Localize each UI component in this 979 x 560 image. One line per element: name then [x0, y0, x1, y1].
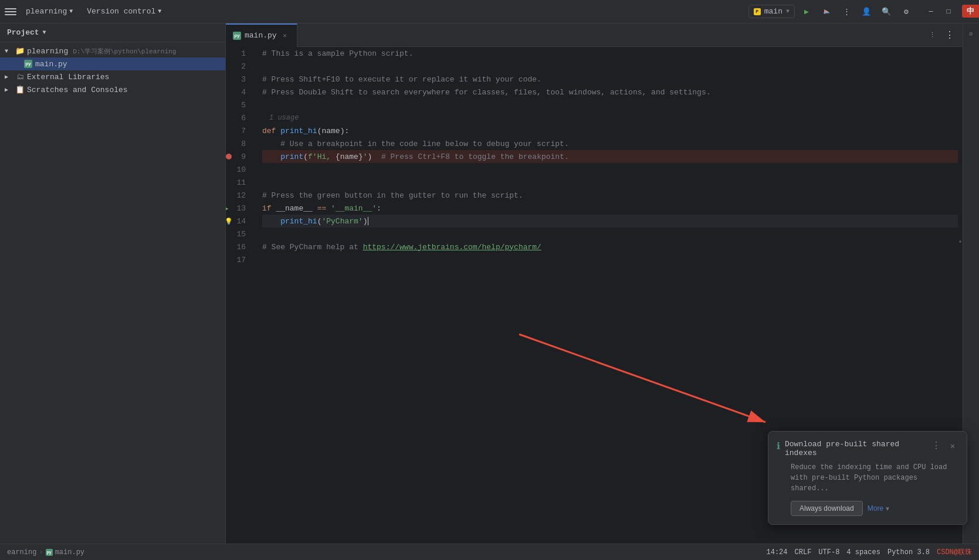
code-line-4: # Press Double Shift to search everywher… — [262, 86, 963, 99]
indent-setting[interactable]: 4 spaces — [846, 548, 880, 556]
breakpoint-indicator — [226, 154, 232, 159]
python-version[interactable]: Python 3.8 — [887, 548, 930, 556]
line-numbers: 1 2 3 4 5 6 7 8 9 10 11 12 ▶ 13 — [226, 47, 255, 544]
vcs-dropdown[interactable]: Version control ▼ — [82, 5, 166, 18]
more-actions-button[interactable]: ⋮ — [838, 4, 855, 20]
status-right: 14:24 CRLF UTF-8 4 spaces Python 3.8 CSD… — [767, 547, 972, 557]
code-line-7: def print_hi(name): — [262, 124, 963, 137]
ext-lib-icon: 🗂 — [15, 72, 25, 82]
always-download-button[interactable]: Always download — [791, 501, 863, 516]
csdn-label[interactable]: CSDN@联珠 — [937, 547, 972, 557]
comment-1: # This is a sample Python script. — [262, 49, 413, 58]
sidebar-item-external-libs[interactable]: ▶ 🗂 External Libraries — [0, 70, 225, 83]
python-file-icon-main: py — [23, 59, 33, 69]
code-line-14: print_hi('PyCharm') — [262, 215, 963, 228]
status-left: earning › py main.py — [7, 548, 84, 556]
ln-15: 15 — [226, 228, 250, 240]
titlebar: plearning ▼ Version control ▼ P main ▼ ▶… — [0, 0, 979, 23]
breadcrumb-separator: › — [39, 548, 43, 556]
run-config-name: main — [764, 7, 782, 16]
tab-mainpy[interactable]: py main.py ✕ — [226, 23, 297, 47]
run-button[interactable]: ▶ — [798, 4, 815, 20]
more-label: More — [868, 504, 883, 513]
sidebar-item-mainpy[interactable]: py main.py — [0, 57, 225, 70]
tab-bar: py main.py ✕ ⋮ ⋮ — [226, 23, 963, 47]
sogou-input-indicator: 中 — [962, 5, 979, 18]
ln-7: 7 — [226, 124, 250, 137]
vcs-label: Version control — [87, 7, 155, 16]
tree-chevron-scratches: ▶ — [5, 86, 13, 93]
status-bar: earning › py main.py 14:24 CRLF UTF-8 4 … — [0, 544, 979, 560]
account-icon[interactable]: 👤 — [858, 4, 875, 20]
breadcrumb-file[interactable]: main.py — [55, 548, 84, 556]
usage-hint: 1 usage — [262, 111, 963, 124]
more-chevron-icon: ▼ — [885, 505, 890, 512]
titlebar-right: P main ▼ ▶ ⋮ 👤 🔍 ⚙ ─ □ ✕ — [748, 4, 974, 20]
line-ending[interactable]: CRLF — [795, 548, 812, 556]
scratches-icon: 📋 — [15, 85, 25, 94]
string-pycharm: 'PyCharm' — [321, 217, 363, 226]
cursor-position[interactable]: 14:24 — [767, 548, 788, 556]
tree-chevron-plearning: ▼ — [5, 48, 13, 55]
sidebar-header: Project ▼ — [0, 23, 225, 42]
fstring-open: f'Hi, — [308, 152, 336, 161]
editor-settings-button[interactable]: ⋮ — [941, 27, 958, 43]
tab-close-button[interactable]: ✕ — [280, 31, 290, 40]
notification-body: Reduce the indexing time and CPU load wi… — [791, 462, 958, 494]
minimize-button[interactable]: ─ — [923, 4, 939, 20]
notification-close-button[interactable]: ✕ — [947, 440, 958, 452]
code-line-17 — [262, 253, 963, 266]
pycharm-help-link[interactable]: https://www.jetbrains.com/help/pycharm/ — [363, 243, 541, 252]
maximize-button[interactable]: □ — [940, 4, 957, 20]
tab-label: main.py — [245, 31, 277, 40]
run-config-selector[interactable]: P main ▼ — [748, 5, 795, 18]
search-icon[interactable]: 🔍 — [878, 4, 895, 20]
vcs-chevron-icon: ▼ — [158, 8, 161, 15]
keyword-def: def — [262, 127, 280, 135]
project-chevron-icon: ▼ — [69, 8, 73, 15]
tree-label-plearning: plearning — [27, 47, 68, 56]
ln-3: 3 — [226, 73, 250, 86]
notification-menu-button[interactable]: ⋮ — [930, 440, 942, 452]
code-line-8: # Use a breakpoint in the code line belo… — [262, 137, 963, 150]
breadcrumb: earning › py main.py — [7, 548, 84, 556]
more-button[interactable]: More ▼ — [868, 504, 890, 513]
ln-9: 9 — [226, 150, 250, 163]
hint-icon: 💡 — [226, 218, 233, 225]
breadcrumb-file-icon: py — [46, 549, 53, 556]
code-line-9: print(f'Hi, {name}') # Press Ctrl+F8 to … — [262, 150, 963, 163]
keyword-if: if — [262, 204, 276, 213]
ln-16: 16 — [226, 240, 250, 253]
scrollbar-thumb — [959, 240, 961, 243]
sidebar-item-scratches[interactable]: ▶ 📋 Scratches and Consoles — [0, 83, 225, 96]
code-line-1: # This is a sample Python script. — [262, 47, 963, 60]
comment-8: # Use a breakpoint in the code line belo… — [262, 140, 569, 148]
recent-files-button[interactable]: ⋮ — [924, 27, 940, 43]
sidebar: Project ▼ ▼ 📁 plearning D:\学习案例\python\p… — [0, 23, 226, 544]
encoding[interactable]: UTF-8 — [818, 548, 839, 556]
ln-6: 6 — [226, 111, 250, 124]
ln-5: 5 — [226, 99, 250, 111]
breadcrumb-earning[interactable]: earning — [7, 548, 36, 556]
param-name: name — [321, 127, 340, 135]
code-line-13: if __name__ == '__main__': — [262, 202, 963, 215]
project-dropdown[interactable]: plearning ▼ — [21, 5, 77, 18]
notification-info-icon: ℹ — [777, 440, 780, 452]
tree-sublabel-plearning: D:\学习案例\python\plearning — [73, 47, 176, 56]
debug-button[interactable] — [818, 4, 835, 20]
settings-icon[interactable]: ⚙ — [898, 4, 914, 20]
folder-icon-plearning: 📁 — [15, 46, 25, 56]
sidebar-item-plearning[interactable]: ▼ 📁 plearning D:\学习案例\python\plearning — [0, 45, 225, 57]
code-line-16: # See PyCharm help at https://www.jetbra… — [262, 240, 963, 253]
right-toolbar-btn-1[interactable]: ⚙ — [963, 26, 980, 42]
sidebar-collapse-icon[interactable]: ▼ — [43, 29, 46, 36]
ln-11: 11 — [226, 176, 250, 189]
project-dropdown-label: plearning — [26, 7, 67, 16]
code-line-5 — [262, 99, 963, 111]
comment-12: # Press the green button in the gutter t… — [262, 191, 523, 200]
notification-header: ℹ Download pre-built shared indexes ⋮ ✕ — [777, 440, 958, 457]
hamburger-menu-icon[interactable] — [5, 6, 16, 18]
ln-4: 4 — [226, 86, 250, 99]
sidebar-content: ▼ 📁 plearning D:\学习案例\python\plearning p… — [0, 42, 225, 544]
tab-file-icon: py — [233, 32, 241, 40]
